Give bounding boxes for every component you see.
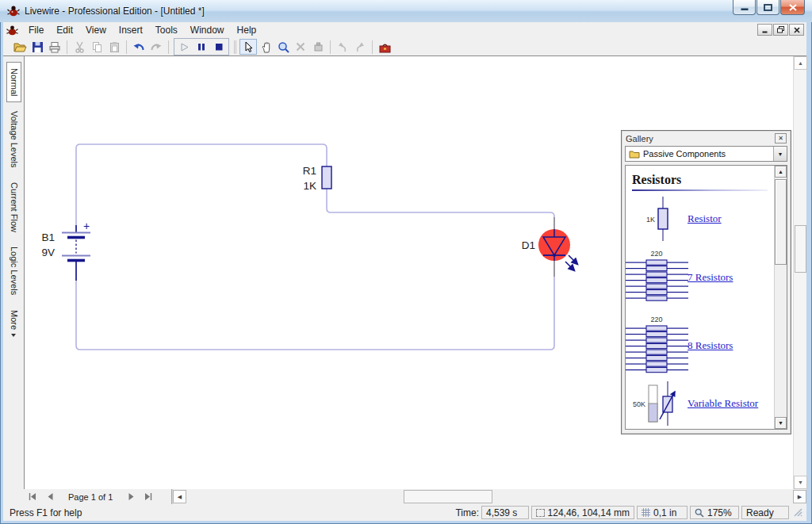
toolbar-separator (236, 40, 236, 54)
gallery-item-8-resistors[interactable]: 220 8 Resistors (626, 311, 774, 380)
delete-x-icon (295, 41, 306, 52)
save-button[interactable] (29, 39, 46, 55)
magnifier-icon (278, 41, 289, 53)
gallery-category-dropdown[interactable]: Passive Components ▼ (625, 146, 787, 162)
menu-view[interactable]: View (80, 23, 112, 37)
window-title: Livewire - Professional Edition - [Untit… (25, 6, 205, 17)
menu-file[interactable]: File (23, 23, 49, 37)
gallery-item-7-resistors[interactable]: 220 7 Resistors (626, 243, 774, 311)
gallery-category-value: Passive Components (643, 149, 726, 159)
resistor-symbol: 1K (626, 197, 688, 241)
vertical-scrollbar-thumb[interactable] (795, 225, 806, 273)
window-body: File Edit View Insert Tools Window Help (3, 22, 806, 521)
mdi-restore-button[interactable] (773, 24, 788, 36)
schematic-canvas[interactable]: + B1 9V R1 1K (24, 56, 793, 489)
folder-icon (629, 150, 640, 159)
save-icon (32, 41, 44, 53)
print-button[interactable] (46, 39, 63, 55)
menu-tools[interactable]: Tools (150, 23, 183, 37)
variable-resistor-symbol: 50K (626, 381, 688, 426)
next-page-button[interactable] (122, 491, 140, 503)
redo-button (147, 39, 165, 55)
gallery-section-heading: Resistors (626, 166, 774, 189)
pause-icon (197, 42, 206, 52)
variable-resistor-link[interactable]: Variable Resistor (688, 397, 758, 410)
pan-tool-button[interactable] (257, 39, 274, 55)
toolbox-button[interactable] (376, 39, 393, 55)
led-component[interactable]: D1 (522, 217, 577, 277)
vertical-scrollbar[interactable]: ▲ ▼ (793, 56, 806, 489)
resistor-network-7-symbol: 220 (626, 250, 688, 304)
toolbar (3, 38, 806, 55)
cut-button (71, 39, 88, 55)
selection-icon (536, 509, 545, 517)
app-state: Ready (741, 506, 789, 519)
eight-resistors-link[interactable]: 8 Resistors (688, 339, 733, 352)
battery-component[interactable]: + B1 9V (41, 220, 90, 281)
print-icon (48, 41, 61, 53)
redo-icon (150, 41, 163, 52)
tab-current-flow[interactable]: Current Flow (7, 177, 21, 238)
mdi-controls (757, 24, 804, 36)
toolbar-separator (234, 40, 235, 54)
probe-icon (312, 41, 324, 52)
window-controls (733, 0, 805, 15)
title-bar[interactable]: Livewire - Professional Edition - [Untit… (0, 0, 812, 22)
menu-edit[interactable]: Edit (51, 23, 79, 37)
cursor-position: 124,46, 104,14 mm (531, 506, 634, 519)
resistor-link[interactable]: Resistor (688, 212, 722, 225)
resistor-component[interactable]: R1 1K (303, 165, 331, 192)
open-button[interactable] (11, 39, 29, 55)
scroll-left-icon[interactable]: ◀ (173, 490, 186, 503)
simulation-time: 4,539 s (481, 506, 529, 519)
maximize-button[interactable] (756, 0, 779, 15)
gallery-scrollbar[interactable]: ▲ ▼ (774, 166, 787, 429)
menu-insert[interactable]: Insert (113, 23, 148, 37)
gallery-scroll-up-icon[interactable]: ▲ (775, 166, 787, 178)
menu-window[interactable]: Window (185, 23, 230, 37)
close-button[interactable] (780, 0, 805, 15)
next-page-icon (128, 493, 134, 500)
grid-icon (642, 508, 650, 517)
stop-button[interactable] (210, 39, 228, 55)
scroll-up-icon[interactable]: ▲ (794, 56, 807, 70)
gallery-scroll-down-icon[interactable]: ▼ (775, 417, 787, 429)
pause-button[interactable] (193, 39, 210, 55)
tab-voltage-levels[interactable]: Voltage Levels (7, 105, 21, 174)
grid-setting: 0,1 in (637, 506, 688, 519)
first-page-button[interactable] (24, 491, 41, 503)
pointer-tool-button[interactable] (239, 39, 257, 55)
gallery-close-button[interactable]: ✕ (775, 133, 787, 143)
maximize-icon (764, 4, 772, 11)
gallery-item-variable-resistor[interactable]: 50K Variable Resistor (626, 380, 774, 427)
scroll-down-icon[interactable]: ▼ (794, 476, 807, 489)
scroll-right-icon[interactable]: ▶ (793, 490, 806, 503)
tab-logic-levels[interactable]: Logic Levels (7, 241, 21, 300)
resize-grip[interactable] (791, 506, 803, 519)
battery-polarity: + (83, 220, 90, 232)
gallery-title-bar[interactable]: Gallery ✕ (622, 131, 791, 146)
gallery-scrollbar-thumb[interactable] (775, 179, 787, 265)
previous-page-button[interactable] (41, 491, 59, 503)
run-button[interactable] (175, 39, 193, 55)
minimize-button[interactable] (733, 0, 756, 15)
undo-button[interactable] (130, 39, 147, 55)
horizontal-scrollbar-thumb[interactable] (404, 490, 492, 503)
horizontal-scrollbar[interactable] (186, 490, 793, 503)
mdi-minimize-button[interactable] (757, 24, 772, 36)
gallery-item-resistor[interactable]: 1K Resistor (626, 194, 774, 243)
tab-normal[interactable]: Normal (6, 62, 21, 102)
menu-help[interactable]: Help (232, 23, 262, 37)
help-hint: Press F1 for help (6, 507, 82, 518)
zoom-tool-button[interactable] (274, 39, 292, 55)
app-window: Livewire - Professional Edition - [Untit… (0, 0, 812, 524)
mdi-close-button[interactable] (789, 24, 804, 36)
gallery-content: Resistors 1K Resist (625, 165, 787, 430)
dropdown-arrow-icon[interactable]: ▼ (773, 147, 787, 161)
tab-more[interactable]: More (7, 308, 21, 337)
last-page-button[interactable] (140, 491, 157, 503)
rotate-right-icon (354, 41, 366, 52)
section-rule (632, 189, 768, 191)
seven-resistors-link[interactable]: 7 Resistors (688, 271, 733, 284)
app-icon (7, 5, 20, 17)
